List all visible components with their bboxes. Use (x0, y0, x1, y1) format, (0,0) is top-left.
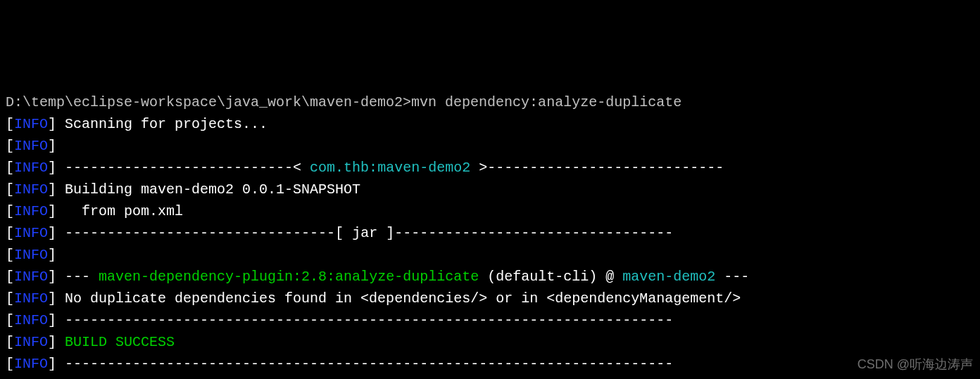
bracket-open: [ (6, 356, 14, 372)
bracket-close: ] (48, 160, 56, 176)
log-line-plugin: [INFO] --- maven-dependency-plugin:2.8:a… (6, 266, 974, 288)
log-msg: Building maven-demo2 0.0.1-SNAPSHOT (56, 181, 360, 198)
prompt-command: mvn dependency:analyze-duplicate (411, 94, 681, 110)
bracket-open: [ (6, 181, 14, 198)
log-level: INFO (14, 116, 48, 132)
log-line-empty: [INFO] (6, 244, 974, 266)
terminal-output[interactable]: D:\temp\eclipse-workspace\java_work\mave… (6, 91, 974, 379)
bracket-open: [ (6, 334, 14, 350)
bracket-close: ] (48, 290, 56, 307)
bracket-open: [ (6, 116, 14, 132)
sep-left: ---------------------------< (56, 160, 310, 176)
bracket-close: ] (48, 312, 56, 328)
log-line-dash: [INFO] ---------------------------------… (6, 309, 974, 331)
log-level: INFO (14, 290, 48, 307)
jar-label: jar (352, 225, 377, 241)
bracket-close: ] (48, 203, 56, 219)
bracket-open: [ (6, 160, 14, 176)
log-line-build-success: [INFO] BUILD SUCCESS (6, 331, 974, 353)
prompt-line: D:\temp\eclipse-workspace\java_work\mave… (6, 91, 974, 113)
jar-right: ]--------------------------------- (377, 225, 673, 241)
bracket-close: ] (48, 181, 56, 198)
log-level: INFO (14, 334, 48, 350)
log-line-dash: [INFO] ---------------------------------… (6, 353, 974, 375)
bracket-open: [ (6, 138, 14, 154)
log-line-project-sep: [INFO] ---------------------------< com.… (6, 157, 974, 179)
bracket-close: ] (48, 247, 56, 263)
build-success: BUILD SUCCESS (56, 334, 175, 350)
dashline: ----------------------------------------… (56, 312, 673, 328)
plugin-prefix: --- (56, 269, 99, 285)
bracket-close: ] (48, 225, 56, 241)
log-level: INFO (14, 312, 48, 328)
jar-left: --------------------------------[ (56, 225, 352, 241)
plugin-mid: (default-cli) @ (479, 269, 622, 285)
sep-right: >---------------------------- (470, 160, 724, 176)
log-level: INFO (14, 138, 48, 154)
log-line-from-pom: [INFO] from pom.xml (6, 200, 974, 222)
log-level: INFO (14, 160, 48, 176)
plugin-suffix: --- (715, 269, 749, 285)
log-line-jar: [INFO] --------------------------------[… (6, 222, 974, 244)
log-level: INFO (14, 247, 48, 263)
log-line-total-time: [INFO] Total time: 2.390 s (6, 375, 974, 379)
log-level: INFO (14, 225, 48, 241)
bracket-close: ] (48, 356, 56, 372)
log-line-empty: [INFO] (6, 135, 974, 157)
bracket-open: [ (6, 203, 14, 219)
bracket-close: ] (48, 138, 56, 154)
log-line-scanning: [INFO] Scanning for projects... (6, 113, 974, 135)
bracket-open: [ (6, 290, 14, 307)
log-level: INFO (14, 356, 48, 372)
log-msg: Scanning for projects... (56, 116, 268, 132)
plugin-id: maven-dependency-plugin:2.8:analyze-dupl… (99, 269, 479, 285)
log-line-nodup: [INFO] No duplicate dependencies found i… (6, 288, 974, 309)
log-msg: No duplicate dependencies found in <depe… (56, 290, 741, 307)
prompt-path: D:\temp\eclipse-workspace\java_work\mave… (6, 94, 411, 110)
log-level: INFO (14, 269, 48, 285)
bracket-open: [ (6, 312, 14, 328)
plugin-project: maven-demo2 (622, 269, 715, 285)
watermark-text: CSDN @听海边涛声 (857, 355, 973, 375)
log-line-building: [INFO] Building maven-demo2 0.0.1-SNAPSH… (6, 179, 974, 200)
bracket-close: ] (48, 269, 56, 285)
log-level: INFO (14, 181, 48, 198)
log-level: INFO (14, 203, 48, 219)
bracket-open: [ (6, 269, 14, 285)
project-coord: com.thb:maven-demo2 (310, 160, 470, 176)
log-msg: from pom.xml (56, 203, 183, 219)
bracket-open: [ (6, 247, 14, 263)
bracket-open: [ (6, 225, 14, 241)
bracket-close: ] (48, 334, 56, 350)
dashline: ----------------------------------------… (56, 356, 673, 372)
bracket-close: ] (48, 116, 56, 132)
